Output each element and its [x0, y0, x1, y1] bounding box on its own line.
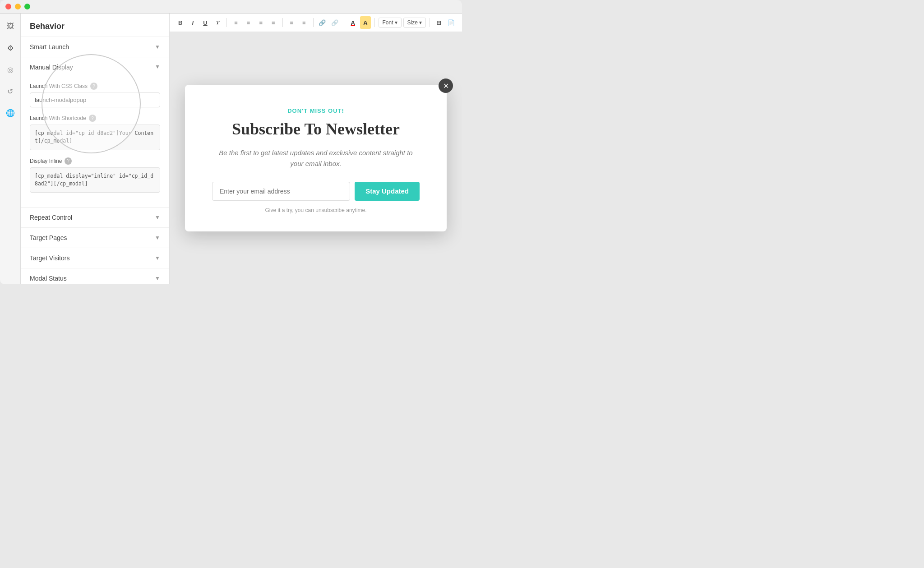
close-icon: ✕	[443, 82, 449, 90]
chevron-down-icon: ▼	[155, 214, 160, 221]
bold-button[interactable]: B	[175, 16, 186, 29]
accordion-repeat-control: Repeat Control ▼	[21, 208, 169, 228]
toolbar-sep-1	[226, 18, 227, 27]
window-chrome	[0, 0, 462, 14]
accordion-manual-display-label: Manual Display	[30, 64, 73, 71]
panel-title: Behavior	[21, 14, 169, 37]
justify-button[interactable]: ≡	[268, 16, 279, 29]
toolbar-sep-3	[313, 18, 314, 27]
text-color-button[interactable]: A	[348, 16, 359, 29]
accordion-smart-launch-label: Smart Launch	[30, 43, 69, 51]
close-dot[interactable]	[5, 4, 11, 9]
sidebar-icon-target[interactable]: ◎	[3, 62, 18, 77]
toolbar-sep-4	[344, 18, 344, 27]
accordion-target-pages: Target Pages ▼	[21, 228, 169, 248]
chevron-down-icon: ▼	[155, 255, 160, 261]
shortcode-value: [cp_modal id="cp_id_d8ad2"]Your Content[…	[30, 125, 160, 150]
manual-display-content: Launch With CSS Class ? Launch With Shor…	[21, 77, 169, 207]
shortcode-field-group: Launch With Shortcode ? [cp_modal id="cp…	[30, 115, 160, 150]
accordion-manual-display-header[interactable]: Manual Display ▲	[21, 57, 169, 77]
columns-button[interactable]: ⊟	[434, 16, 444, 29]
css-class-input[interactable]	[30, 92, 160, 107]
chevron-down-icon: ▼	[155, 275, 160, 282]
inline-field-group: Display Inline ? [cp_modal display="inli…	[30, 157, 160, 193]
minimize-dot[interactable]	[15, 4, 21, 9]
accordion-repeat-control-header[interactable]: Repeat Control ▼	[21, 208, 169, 227]
accordion-modal-status-label: Modal Status	[30, 275, 67, 282]
page-button[interactable]: 📄	[446, 16, 457, 29]
accordion-target-visitors-label: Target Visitors	[30, 254, 69, 262]
chevron-up-icon: ▲	[155, 64, 160, 70]
align-center-button[interactable]: ≡	[243, 16, 254, 29]
accordion-modal-status-header[interactable]: Modal Status ▼	[21, 268, 169, 284]
accordion-target-pages-label: Target Pages	[30, 234, 67, 241]
sidebar-icon-image[interactable]: 🖼	[3, 19, 18, 33]
toolbar-sep-6	[430, 18, 430, 27]
unordered-list-button[interactable]: ≡	[299, 16, 310, 29]
align-left-button[interactable]: ≡	[231, 16, 241, 29]
shortcode-label: Launch With Shortcode ?	[30, 115, 160, 122]
size-dropdown[interactable]: Size ▾	[403, 18, 426, 28]
italic-button[interactable]: I	[188, 16, 199, 29]
icon-sidebar: 🖼 ⚙ ◎ ↺ 🌐	[0, 14, 21, 284]
submit-button[interactable]: Stay Updated	[355, 182, 420, 201]
font-label: Font	[383, 19, 393, 26]
modal-footer-text: Give it a try, you can unsubscribe anyti…	[212, 207, 420, 213]
toolbar-sep-5	[374, 18, 375, 27]
size-label: Size	[407, 19, 418, 26]
accordion-smart-launch-header[interactable]: Smart Launch ▼	[21, 37, 169, 57]
inline-value: [cp_modal display="inline" id="cp_id_d8a…	[30, 167, 160, 193]
sidebar-icon-history[interactable]: ↺	[3, 84, 18, 98]
app-body: 🖼 ⚙ ◎ ↺ 🌐 Behavior Smart Launch ▼ Manual…	[0, 14, 462, 284]
font-dropdown-arrow: ▾	[395, 19, 397, 26]
maximize-dot[interactable]	[24, 4, 30, 9]
left-panel: Behavior Smart Launch ▼ Manual Display ▲…	[21, 14, 170, 284]
chevron-down-icon: ▼	[155, 235, 160, 241]
modal-description: Be the first to get latest updates and e…	[212, 148, 420, 169]
modal-subtitle: DON'T MISS OUT!	[212, 107, 420, 114]
font-dropdown[interactable]: Font ▾	[379, 18, 402, 28]
align-right-button[interactable]: ≡	[255, 16, 266, 29]
shortcode-help-icon[interactable]: ?	[89, 115, 96, 122]
accordion-modal-status: Modal Status ▼	[21, 268, 169, 284]
link-button[interactable]: 🔗	[317, 16, 328, 29]
size-dropdown-arrow: ▾	[419, 19, 422, 26]
modal-popup: ✕ DON'T MISS OUT! Subscribe To Newslette…	[185, 85, 447, 231]
accordion-manual-display: Manual Display ▲ Launch With CSS Class ?…	[21, 57, 169, 208]
preview-area: ✕ DON'T MISS OUT! Subscribe To Newslette…	[170, 32, 462, 284]
email-input[interactable]	[212, 182, 350, 201]
accordion-target-visitors-header[interactable]: Target Visitors ▼	[21, 248, 169, 268]
css-class-field-group: Launch With CSS Class ?	[30, 83, 160, 107]
sidebar-icon-globe[interactable]: 🌐	[3, 106, 18, 120]
ordered-list-button[interactable]: ≡	[286, 16, 297, 29]
chevron-down-icon: ▼	[155, 44, 160, 50]
accordion-target-visitors: Target Visitors ▼	[21, 248, 169, 268]
underline-button[interactable]: U	[200, 16, 211, 29]
inline-label: Display Inline ?	[30, 157, 160, 165]
unlink-button[interactable]: 🔗	[329, 16, 340, 29]
css-class-label: Launch With CSS Class ?	[30, 83, 160, 90]
accordion-repeat-control-label: Repeat Control	[30, 214, 72, 221]
main-area: B I U T ≡ ≡ ≡ ≡ ≡ ≡ 🔗 🔗 A A Font ▾ Size	[170, 14, 462, 284]
strikethrough-button[interactable]: T	[213, 16, 223, 29]
toolbar-sep-2	[282, 18, 283, 27]
modal-form: Stay Updated	[212, 182, 420, 201]
css-class-help-icon[interactable]: ?	[90, 83, 97, 90]
modal-title: Subscribe To Newsletter	[212, 120, 420, 139]
highlight-button[interactable]: A	[360, 16, 371, 29]
editor-toolbar: B I U T ≡ ≡ ≡ ≡ ≡ ≡ 🔗 🔗 A A Font ▾ Size	[170, 14, 462, 32]
sidebar-icon-settings[interactable]: ⚙	[3, 41, 18, 55]
accordion-smart-launch: Smart Launch ▼	[21, 37, 169, 57]
modal-close-button[interactable]: ✕	[439, 79, 453, 93]
accordion-target-pages-header[interactable]: Target Pages ▼	[21, 228, 169, 248]
inline-help-icon[interactable]: ?	[65, 157, 72, 165]
